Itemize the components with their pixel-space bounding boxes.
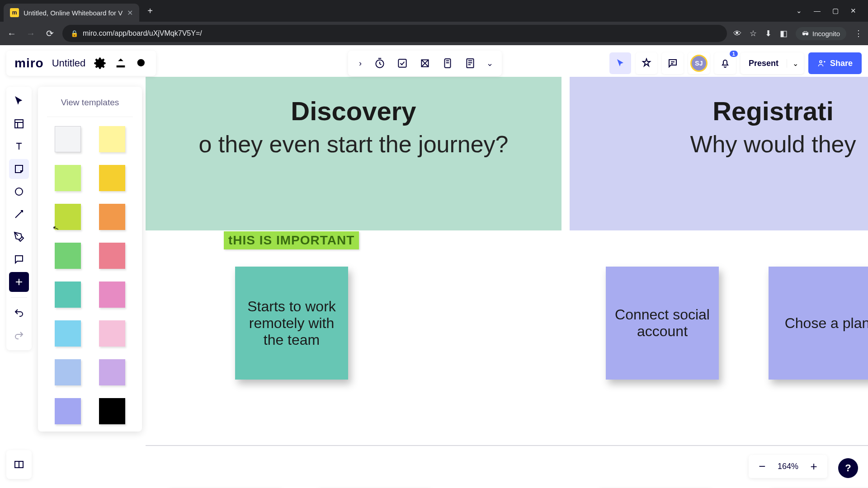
- color-swatch-3[interactable]: [99, 165, 125, 191]
- zoom-in-button[interactable]: +: [808, 460, 819, 474]
- svg-rect-8: [15, 120, 23, 128]
- svg-point-7: [820, 61, 822, 63]
- color-swatch-2[interactable]: [55, 165, 81, 191]
- top-right-controls: SJ 1 Present ⌄ Share: [609, 51, 862, 76]
- zoom-controls: − 164% +: [749, 455, 827, 478]
- miro-favicon-icon: m: [10, 8, 19, 17]
- minimize-icon[interactable]: —: [814, 7, 821, 15]
- zone-discovery[interactable]: Discovery o they even start the journey?: [146, 77, 561, 230]
- templates-tool[interactable]: [9, 114, 29, 134]
- line-tool[interactable]: [9, 204, 29, 224]
- view-templates-link[interactable]: View templates: [47, 94, 133, 117]
- timer-icon[interactable]: [370, 53, 390, 73]
- left-toolbar: [6, 87, 32, 350]
- left-toolbar-bottom: [6, 450, 32, 479]
- rail-divider: [11, 297, 27, 298]
- shape-tool[interactable]: [9, 182, 29, 202]
- tab-title: Untitled, Online Whiteboard for V: [24, 9, 123, 17]
- sticky-note-connect[interactable]: Connect social account: [606, 267, 719, 380]
- search-icon[interactable]: [135, 57, 148, 70]
- estimation-icon[interactable]: [415, 53, 435, 73]
- settings-icon[interactable]: [94, 57, 106, 70]
- download-icon[interactable]: ⬇: [765, 28, 772, 38]
- comment-tool[interactable]: [9, 249, 29, 269]
- zone-discovery-title: Discovery: [146, 96, 561, 126]
- color-swatch-14[interactable]: [55, 398, 81, 424]
- top-tools: › ⌄: [348, 51, 502, 76]
- url-field[interactable]: 🔒 miro.com/app/board/uXjVMqk7V5Y=/: [62, 25, 727, 42]
- window-controls: ⌄ — ▢ ✕: [796, 7, 864, 15]
- maximize-icon[interactable]: ▢: [832, 7, 839, 15]
- color-swatch-15[interactable]: [99, 398, 125, 424]
- present-group: Present ⌄: [741, 52, 804, 74]
- lane-divider: [146, 445, 868, 446]
- more-tools-button[interactable]: [9, 272, 29, 292]
- minimap-icon[interactable]: [9, 455, 29, 474]
- sticky-color-palette: View templates: [38, 87, 142, 432]
- board-title[interactable]: Untitled: [52, 57, 86, 69]
- share-label: Share: [830, 59, 853, 68]
- eye-off-icon[interactable]: 👁: [733, 29, 741, 38]
- zoom-level[interactable]: 164%: [778, 462, 798, 471]
- side-panel-icon[interactable]: ◧: [780, 28, 788, 38]
- talk-track-icon[interactable]: [438, 53, 458, 73]
- forward-button[interactable]: →: [24, 27, 37, 40]
- incognito-icon: 🕶: [802, 30, 809, 38]
- undo-button[interactable]: [9, 303, 29, 323]
- comments-icon[interactable]: [662, 52, 684, 74]
- pen-tool[interactable]: [9, 227, 29, 247]
- notes-icon[interactable]: [460, 53, 480, 73]
- sticky-note-tool[interactable]: [9, 159, 29, 179]
- close-window-icon[interactable]: ✕: [850, 7, 856, 15]
- color-swatch-12[interactable]: [55, 359, 81, 385]
- browser-tab[interactable]: m Untitled, Online Whiteboard for V ✕: [4, 4, 139, 22]
- sticky-note-plan[interactable]: Chose a plan: [769, 267, 868, 380]
- svg-point-9: [15, 188, 23, 195]
- browser-tab-bar: m Untitled, Online Whiteboard for V ✕ + …: [0, 0, 868, 22]
- color-swatch-6[interactable]: [55, 243, 81, 269]
- important-sticky[interactable]: tHIS IS IMPORTANT: [224, 231, 359, 249]
- bookmark-icon[interactable]: ☆: [750, 28, 757, 38]
- present-dropdown-icon[interactable]: ⌄: [787, 59, 804, 68]
- export-icon[interactable]: [114, 57, 127, 70]
- miro-logo[interactable]: miro: [14, 56, 44, 70]
- color-swatch-9[interactable]: [99, 282, 125, 308]
- color-swatch-7[interactable]: [99, 243, 125, 269]
- color-swatch-1[interactable]: [99, 126, 125, 152]
- color-swatch-5[interactable]: [99, 204, 125, 230]
- help-button[interactable]: ?: [838, 458, 858, 478]
- text-tool[interactable]: [9, 136, 29, 156]
- board-header: miro Untitled: [6, 51, 156, 76]
- color-swatch-4[interactable]: [55, 204, 81, 230]
- close-tab-icon[interactable]: ✕: [127, 9, 133, 17]
- new-tab-button[interactable]: +: [143, 3, 157, 19]
- color-swatch-11[interactable]: [99, 320, 125, 347]
- collapse-tools-icon[interactable]: ›: [354, 59, 367, 68]
- reactions-icon[interactable]: [636, 52, 657, 74]
- notif-badge: 1: [730, 51, 738, 57]
- zoom-out-button[interactable]: −: [757, 460, 768, 474]
- sticky-note-discovery[interactable]: Starts to work remotely with the team: [235, 267, 348, 380]
- incognito-badge[interactable]: 🕶 Incognito: [796, 27, 846, 40]
- cursor-tool[interactable]: [609, 52, 631, 74]
- back-button[interactable]: ←: [5, 27, 18, 40]
- more-tools-icon[interactable]: ⌄: [483, 58, 496, 68]
- notifications-icon[interactable]: 1: [714, 52, 736, 74]
- chevron-down-icon[interactable]: ⌄: [796, 7, 802, 15]
- color-swatch-0[interactable]: [55, 126, 81, 152]
- color-swatch-13[interactable]: [99, 359, 125, 385]
- kebab-menu-icon[interactable]: ⋮: [854, 28, 863, 38]
- zone-registration[interactable]: Registrati Why would they: [570, 77, 868, 230]
- select-tool[interactable]: [9, 91, 29, 111]
- incognito-label: Incognito: [812, 30, 840, 38]
- zone-registration-subtitle: Why would they: [570, 131, 868, 158]
- color-swatch-10[interactable]: [55, 320, 81, 347]
- reload-button[interactable]: ⟳: [43, 27, 56, 40]
- color-swatch-8[interactable]: [55, 282, 81, 308]
- redo-button[interactable]: [9, 326, 29, 346]
- present-button[interactable]: Present: [741, 59, 787, 68]
- voting-icon[interactable]: [392, 53, 412, 73]
- svg-rect-3: [398, 59, 406, 67]
- avatar[interactable]: SJ: [688, 52, 710, 74]
- share-button[interactable]: Share: [808, 52, 862, 74]
